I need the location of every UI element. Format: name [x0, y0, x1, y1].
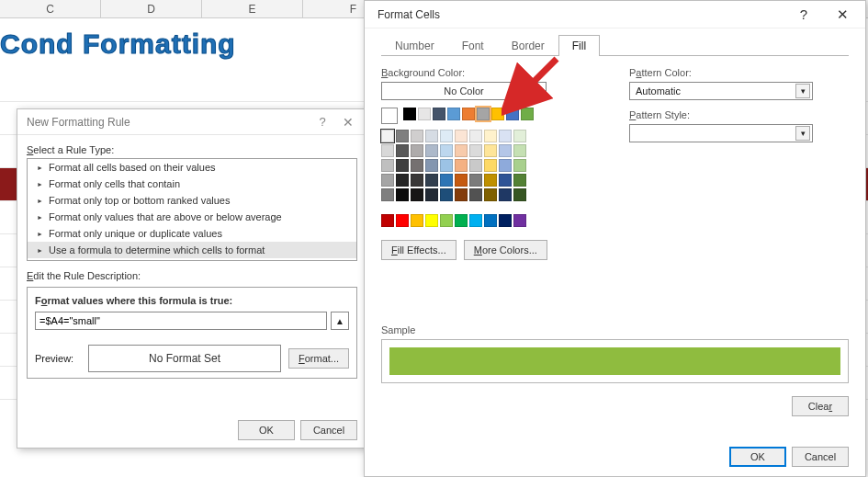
close-button[interactable]: ✕ [335, 112, 361, 132]
color-swatch[interactable] [418, 108, 431, 120]
color-swatch[interactable] [433, 108, 445, 120]
rule-type-item[interactable]: Format only values that are above or bel… [28, 209, 356, 225]
color-swatch[interactable] [469, 214, 482, 227]
more-colors-button[interactable]: More Colors... [464, 240, 547, 260]
col-header-c[interactable]: C [0, 0, 101, 17]
help-button[interactable]: ? [310, 112, 335, 132]
color-swatch[interactable] [513, 214, 526, 227]
pattern-color-combo[interactable]: Automatic ▾ [629, 82, 813, 100]
color-swatch[interactable] [381, 144, 394, 157]
color-swatch[interactable] [506, 108, 519, 120]
color-swatch[interactable] [440, 214, 453, 227]
color-swatch[interactable] [396, 174, 409, 187]
color-swatch[interactable] [477, 108, 490, 120]
rule-type-item[interactable]: Format only cells that contain [28, 176, 356, 192]
color-swatch[interactable] [455, 188, 468, 201]
color-swatch[interactable] [499, 144, 512, 157]
clear-button[interactable]: Clear [792, 396, 849, 416]
color-swatch[interactable] [425, 130, 438, 142]
color-swatch[interactable] [425, 144, 438, 157]
color-swatch[interactable] [411, 144, 423, 157]
swatch-no-fill[interactable] [381, 108, 398, 124]
color-swatch[interactable] [396, 214, 409, 227]
color-swatch[interactable] [455, 174, 468, 187]
tab-font[interactable]: Font [448, 35, 498, 56]
help-button[interactable]: ? [784, 2, 823, 28]
color-swatch[interactable] [513, 159, 526, 172]
color-swatch[interactable] [499, 174, 512, 187]
tab-number[interactable]: Number [381, 35, 448, 56]
color-swatch[interactable] [425, 159, 438, 172]
color-swatch[interactable] [381, 159, 394, 172]
color-swatch[interactable] [513, 174, 526, 187]
color-swatch[interactable] [499, 159, 512, 172]
close-button[interactable]: ✕ [823, 2, 862, 28]
rule-type-item[interactable]: Format only top or bottom ranked values [28, 192, 356, 209]
color-swatch[interactable] [411, 214, 423, 227]
fill-effects-button[interactable]: Fill Effects... [381, 240, 457, 260]
color-swatch[interactable] [396, 159, 409, 172]
range-selector-button[interactable]: ▲ [331, 312, 349, 330]
format-button[interactable]: Format... [288, 348, 349, 369]
color-swatch[interactable] [381, 130, 394, 142]
ok-button[interactable]: OK [238, 420, 295, 440]
cancel-button[interactable]: Cancel [300, 420, 357, 440]
color-swatch[interactable] [455, 214, 468, 227]
color-swatch[interactable] [484, 174, 497, 187]
color-swatch[interactable] [425, 188, 438, 201]
color-swatch[interactable] [396, 188, 409, 201]
cancel-button[interactable]: Cancel [792, 447, 849, 467]
color-swatch[interactable] [425, 174, 438, 187]
color-swatch[interactable] [447, 108, 460, 120]
color-swatch[interactable] [411, 174, 423, 187]
color-swatch[interactable] [513, 144, 526, 157]
color-swatch[interactable] [513, 188, 526, 201]
color-swatch[interactable] [491, 108, 504, 120]
dialog-titlebar[interactable]: New Formatting Rule ? ✕ [17, 109, 366, 135]
color-swatch[interactable] [440, 144, 453, 157]
color-swatch[interactable] [396, 144, 409, 157]
no-color-button[interactable]: No Color [381, 82, 547, 100]
rule-type-item-selected[interactable]: Use a formula to determine which cells t… [28, 242, 356, 258]
color-swatch[interactable] [499, 130, 512, 142]
tab-fill[interactable]: Fill [558, 35, 600, 56]
color-swatch[interactable] [499, 188, 512, 201]
color-swatch[interactable] [381, 214, 394, 227]
rule-type-list[interactable]: Format all cells based on their values F… [27, 158, 357, 261]
color-swatch[interactable] [381, 188, 394, 201]
pattern-style-combo[interactable]: ▾ [629, 124, 813, 142]
ok-button[interactable]: OK [729, 447, 786, 467]
col-header-d[interactable]: D [101, 0, 202, 17]
color-swatch[interactable] [469, 174, 482, 187]
rule-type-item[interactable]: Format all cells based on their values [28, 159, 356, 176]
color-swatch[interactable] [484, 130, 497, 142]
color-swatch[interactable] [469, 188, 482, 201]
col-header-e[interactable]: E [202, 0, 303, 17]
color-swatch[interactable] [484, 188, 497, 201]
dialog-titlebar[interactable]: Format Cells ? ✕ [365, 1, 865, 28]
color-swatch[interactable] [469, 130, 482, 142]
color-swatch[interactable] [484, 144, 497, 157]
color-swatch[interactable] [440, 188, 453, 201]
color-swatch[interactable] [455, 144, 468, 157]
color-swatch[interactable] [440, 174, 453, 187]
color-swatch[interactable] [381, 174, 394, 187]
color-swatch[interactable] [455, 130, 468, 142]
color-swatch[interactable] [513, 130, 526, 142]
color-swatch[interactable] [403, 108, 416, 120]
color-swatch[interactable] [440, 130, 453, 142]
color-swatch[interactable] [425, 214, 438, 227]
rule-type-item[interactable]: Format only unique or duplicate values [28, 225, 356, 242]
formula-input[interactable] [35, 312, 327, 330]
color-swatch[interactable] [396, 130, 409, 142]
color-swatch[interactable] [411, 130, 423, 142]
color-swatch[interactable] [411, 159, 423, 172]
tab-border[interactable]: Border [498, 35, 558, 56]
color-swatch[interactable] [440, 159, 453, 172]
color-swatch[interactable] [411, 188, 423, 201]
color-swatch[interactable] [469, 144, 482, 157]
color-swatch[interactable] [469, 159, 482, 172]
color-swatch[interactable] [499, 214, 512, 227]
color-swatch[interactable] [484, 159, 497, 172]
color-swatch[interactable] [455, 159, 468, 172]
